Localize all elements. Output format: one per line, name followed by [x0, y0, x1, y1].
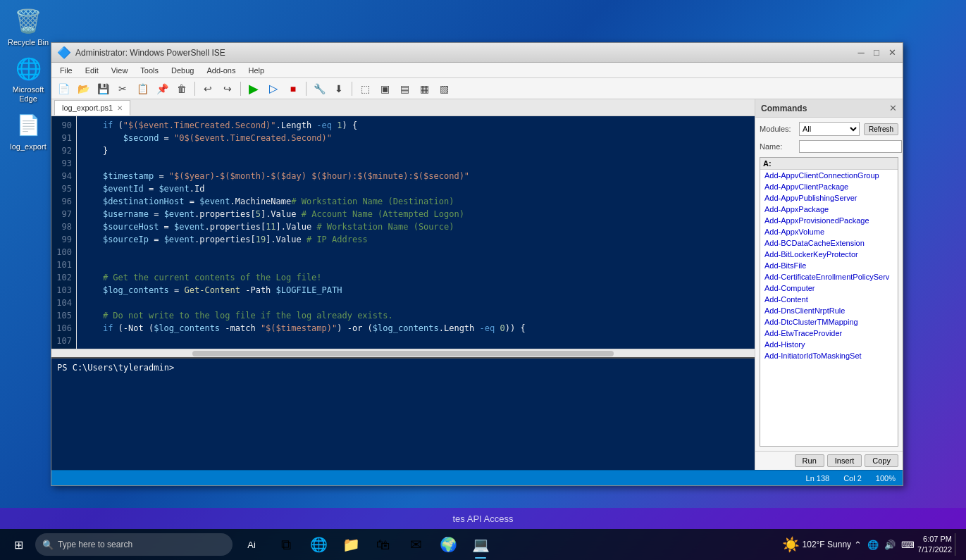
clock-time: 6:07 PM	[917, 534, 952, 545]
cmd-item-5[interactable]: Add-AppxVolume	[760, 226, 898, 237]
toolbar-pane2[interactable]: ▣	[376, 80, 394, 97]
toolbar-redo[interactable]: ↪	[218, 80, 237, 97]
system-tray: ⌃ 🌐 🔊 ⌨	[854, 540, 915, 550]
store-icon: 🛍	[376, 537, 390, 553]
run-button[interactable]: Run	[795, 454, 824, 467]
recycle-bin-label: Recycle Bin	[8, 38, 49, 47]
ise-title-left: 🔷 Administrator: Windows PowerShell ISE	[57, 46, 225, 59]
toolbar-step-into[interactable]: ⬇	[330, 80, 348, 97]
cmd-item-16[interactable]: Add-InitiatorIdToMaskingSet	[760, 350, 898, 361]
close-button[interactable]: ✕	[887, 47, 897, 58]
time-display[interactable]: 6:07 PM 7/17/2022	[917, 534, 952, 556]
menu-view[interactable]: View	[106, 65, 134, 76]
toolbar-paste[interactable]: 📌	[153, 80, 171, 97]
toolbar-save[interactable]: 💾	[94, 80, 112, 97]
cmd-item-10[interactable]: Add-Computer	[760, 282, 898, 294]
toolbar-run[interactable]: ▶	[244, 80, 263, 97]
menu-debug[interactable]: Debug	[166, 65, 199, 76]
edge-label: Microsoft Edge	[4, 85, 53, 104]
cmd-item-14[interactable]: Add-EtwTraceProvider	[760, 328, 898, 339]
weather-widget[interactable]: ☀️ 102°F Sunny	[782, 536, 852, 553]
cmd-item-6[interactable]: Add-BCDataCacheExtension	[760, 237, 898, 249]
search-box[interactable]: 🔍 Type here to search	[35, 533, 233, 556]
modules-row: Modules: All Refresh	[760, 122, 898, 136]
cmd-item-0[interactable]: Add-AppvClientConnectionGroup	[760, 170, 898, 181]
volume-icon[interactable]: 🔊	[884, 540, 896, 550]
network-icon[interactable]: 🌐	[867, 540, 879, 550]
toolbar-pane5[interactable]: ▧	[435, 80, 453, 97]
recycle-bin-icon[interactable]: 🗑️ Recycle Bin	[4, 7, 53, 47]
cmd-item-2[interactable]: Add-AppvPublishingServer	[760, 192, 898, 204]
minimize-button[interactable]: ─	[856, 47, 866, 58]
console-area[interactable]: PS C:\Users\tyleradmin>	[51, 357, 755, 470]
console-prompt: PS C:\Users\tyleradmin>	[57, 363, 174, 373]
toolbar-run-selection[interactable]: ▷	[264, 80, 283, 97]
menubar: File Edit View Tools Debug Add-ons Help	[51, 63, 903, 78]
copy-button[interactable]: Copy	[865, 454, 898, 467]
commands-title: Commands	[761, 104, 807, 113]
insert-button[interactable]: Insert	[827, 454, 862, 467]
taskbar-explorer[interactable]: 📁	[335, 529, 366, 560]
cmd-item-11[interactable]: Add-Content	[760, 294, 898, 305]
taskbar-taskview[interactable]: ⧉	[271, 529, 302, 560]
search-icon: 🔍	[42, 540, 54, 550]
cmd-item-13[interactable]: Add-DtcClusterTMMapping	[760, 316, 898, 328]
cmd-item-4[interactable]: Add-AppxProvisionedPackage	[760, 215, 898, 226]
taskbar-maps[interactable]: 🌍	[433, 529, 464, 560]
menu-file[interactable]: File	[54, 65, 78, 76]
tab-close-button[interactable]: ✕	[117, 104, 123, 112]
toolbar-undo[interactable]: ↩	[199, 80, 217, 97]
commands-close-button[interactable]: ✕	[889, 103, 897, 113]
log-export-icon[interactable]: 📄 log_export	[4, 111, 53, 151]
toolbar-pane1[interactable]: ⬚	[356, 80, 374, 97]
menu-edit[interactable]: Edit	[80, 65, 104, 76]
start-button[interactable]: ⊞	[3, 529, 34, 560]
commands-header: Commands ✕	[755, 99, 903, 118]
name-input[interactable]	[799, 140, 902, 153]
taskbar-mail[interactable]: ✉	[400, 529, 431, 560]
toolbar-new[interactable]: 📄	[54, 80, 73, 97]
chevron-up-icon[interactable]: ⌃	[854, 540, 862, 550]
code-content[interactable]: if ("$($event.TimeCreated.Second)".Lengt…	[77, 116, 755, 349]
name-label: Name:	[760, 142, 795, 151]
cmd-item-7[interactable]: Add-BitLockerKeyProtector	[760, 249, 898, 260]
toolbar-cut[interactable]: ✂	[113, 80, 132, 97]
toolbar-pane4[interactable]: ▦	[415, 80, 433, 97]
tab-bar: log_export.ps1 ✕	[51, 99, 755, 116]
menu-tools[interactable]: Tools	[135, 65, 164, 76]
cmd-item-8[interactable]: Add-BitsFile	[760, 260, 898, 271]
clock-date: 7/17/2022	[917, 545, 952, 555]
menu-help[interactable]: Help	[242, 65, 270, 76]
toolbar-debug[interactable]: 🔧	[310, 80, 328, 97]
refresh-button[interactable]: Refresh	[864, 123, 898, 135]
taskbar-powershell[interactable]: 💻	[465, 529, 496, 560]
menu-addons[interactable]: Add-ons	[201, 65, 241, 76]
cmd-item-3[interactable]: Add-AppxPackage	[760, 204, 898, 215]
toolbar-open[interactable]: 📂	[74, 80, 92, 97]
ise-title: Administrator: Windows PowerShell ISE	[75, 48, 225, 58]
editor-area: log_export.ps1 ✕ 90 91 92 93 94 95 96 97	[51, 99, 755, 470]
edge-taskbar-icon: 🌐	[310, 536, 328, 553]
ai-button[interactable]: Ai	[234, 529, 269, 560]
ise-window-controls: ─ □ ✕	[856, 47, 897, 58]
modules-select[interactable]: All	[799, 122, 860, 136]
tab-log-export[interactable]: log_export.ps1 ✕	[54, 100, 130, 116]
commands-list[interactable]: A: Add-AppvClientConnectionGroup Add-App…	[760, 157, 898, 447]
toolbar-stop[interactable]: ■	[284, 80, 302, 97]
toolbar-pane3[interactable]: ▤	[395, 80, 414, 97]
microsoft-edge-icon[interactable]: 🌐 Microsoft Edge	[4, 54, 53, 104]
cmd-item-12[interactable]: Add-DnsClientNrptRule	[760, 305, 898, 316]
cmd-item-1[interactable]: Add-AppvClientPackage	[760, 181, 898, 192]
toolbar-clear[interactable]: 🗑	[173, 80, 191, 97]
maximize-button[interactable]: □	[872, 47, 881, 58]
taskbar-store[interactable]: 🛍	[368, 529, 399, 560]
toolbar-sep4	[352, 82, 352, 96]
horizontal-scrollbar[interactable]	[51, 349, 755, 357]
toolbar-copy2[interactable]: 📋	[133, 80, 151, 97]
cmd-item-15[interactable]: Add-History	[760, 339, 898, 350]
show-desktop-button[interactable]	[955, 533, 959, 556]
code-editor[interactable]: 90 91 92 93 94 95 96 97 98 99 100 101 10…	[51, 116, 755, 349]
keyboard-icon[interactable]: ⌨	[901, 540, 915, 550]
taskbar-edge[interactable]: 🌐	[303, 529, 334, 560]
cmd-item-9[interactable]: Add-CertificateEnrollmentPolicyServ	[760, 271, 898, 282]
